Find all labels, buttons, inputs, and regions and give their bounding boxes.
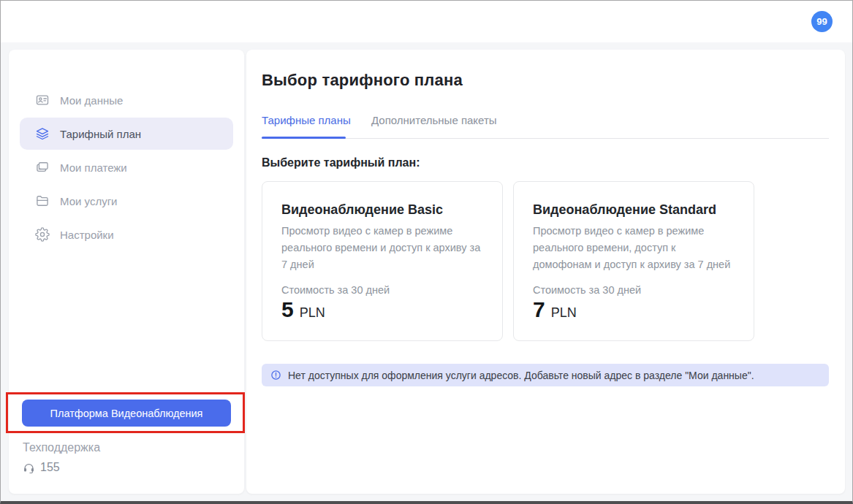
plan-description: Просмотр видео с камер в режиме реальног… xyxy=(533,223,735,273)
plan-price: 5 xyxy=(281,297,294,322)
sidebar: Мои данные Тарифный план Мои платежи Мои… xyxy=(9,50,244,494)
folder-icon xyxy=(35,194,50,208)
tabs-divider xyxy=(262,138,829,139)
sidebar-item-label: Мои данные xyxy=(60,94,123,107)
sidebar-item-my-payments[interactable]: Мои платежи xyxy=(20,151,233,183)
plan-currency: PLN xyxy=(300,305,325,321)
plan-price-row: 7 PLN xyxy=(533,297,577,322)
sidebar-nav: Мои данные Тарифный план Мои платежи Мои… xyxy=(20,84,233,252)
plan-card-basic[interactable]: Видеонаблюдение Basic Просмотр видео с к… xyxy=(262,181,503,341)
layers-icon xyxy=(35,126,50,141)
app-window: 99 Мои данные Тарифный план Мои плат xyxy=(0,0,853,504)
info-icon xyxy=(270,370,281,381)
plan-price-label: Стоимость за 30 дней xyxy=(533,284,641,296)
sidebar-item-label: Мои платежи xyxy=(60,161,127,174)
platform-video-surveillance-button[interactable]: Платформа Видеонаблюдения xyxy=(22,400,231,427)
headset-icon xyxy=(23,462,35,474)
notification-badge[interactable]: 99 xyxy=(811,11,833,32)
support-phone-row: 155 xyxy=(23,461,60,474)
active-tab-underline xyxy=(262,137,346,139)
sidebar-item-settings[interactable]: Настройки xyxy=(20,218,233,251)
sidebar-item-my-data[interactable]: Мои данные xyxy=(20,84,233,116)
notice-banner: Нет доступных для оформления услуги адре… xyxy=(262,364,829,386)
sidebar-item-label: Тарифный план xyxy=(60,128,141,140)
tab-additional-packages[interactable]: Дополнительные пакеты xyxy=(371,114,497,126)
plan-currency: PLN xyxy=(551,305,577,321)
top-bar: 99 xyxy=(1,1,852,42)
plan-name: Видеонаблюдение Standard xyxy=(533,202,735,218)
sidebar-item-my-services[interactable]: Мои услуги xyxy=(20,185,233,217)
plan-price-row: 5 PLN xyxy=(281,297,325,322)
tab-tariff-plans[interactable]: Тарифные планы xyxy=(262,114,351,126)
plan-card-standard[interactable]: Видеонаблюдение Standard Просмотр видео … xyxy=(513,181,754,341)
sidebar-item-label: Настройки xyxy=(60,229,114,241)
id-card-icon xyxy=(35,93,50,107)
sidebar-item-label: Мои услуги xyxy=(60,195,118,207)
plan-name: Видеонаблюдение Basic xyxy=(281,202,483,218)
support-label: Техподдержка xyxy=(23,441,100,454)
page-title: Выбор тарифного плана xyxy=(262,71,463,90)
credit-card-icon xyxy=(35,160,50,175)
plan-price: 7 xyxy=(533,297,545,322)
notice-text: Нет доступных для оформления услуги адре… xyxy=(288,370,754,381)
sidebar-item-tariff-plan[interactable]: Тарифный план xyxy=(20,118,233,150)
plan-price-label: Стоимость за 30 дней xyxy=(281,284,390,296)
section-heading: Выберите тарифный план: xyxy=(262,156,420,169)
gear-icon xyxy=(35,227,50,242)
plan-description: Просмотр видео с камер в режиме реальног… xyxy=(281,223,483,273)
support-phone: 155 xyxy=(40,461,60,474)
main-content: Выбор тарифного плана Тарифные планы Доп… xyxy=(246,50,845,494)
